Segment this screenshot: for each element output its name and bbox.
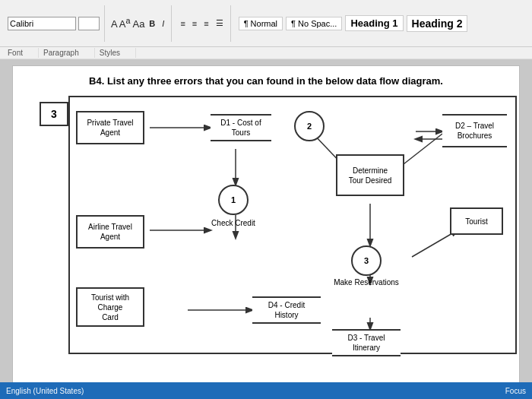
determine-box: Determine Tour Desired (336, 154, 404, 196)
d4-datastore: D4 - Credit History (252, 296, 321, 324)
italic-btn[interactable]: I (160, 18, 166, 29)
style-heading1-btn[interactable]: Heading 1 (345, 15, 403, 31)
toolbar: 12 A Aa Aa B I ≡ ≡ ≡ ☰ ¶ Normal ¶ No Spa… (0, 0, 532, 47)
private-agent-box: Private Travel Agent (76, 111, 144, 144)
airline-agent-box: Airline Travel Agent (76, 215, 144, 249)
d2-label: D2 – Travel Brochures (455, 121, 494, 141)
focus-label: Focus (505, 387, 526, 395)
style-nospace-btn[interactable]: ¶ No Spac... (286, 17, 342, 30)
private-agent-label: Private Travel Agent (87, 118, 133, 138)
align-right-btn[interactable]: ≡ (201, 18, 211, 29)
dfd-diagram: Private Travel Agent D1 - Cost of Tours … (68, 96, 517, 354)
font-section-label: Font (3, 48, 39, 58)
align-center-btn[interactable]: ≡ (190, 18, 199, 29)
circle2-label: 2 (307, 122, 312, 131)
d4-label: D4 - Credit History (268, 300, 305, 320)
question-title: B4. List any three errors that you can f… (25, 75, 507, 87)
font-label: A Aa Aa (111, 16, 144, 30)
font-section: 12 (3, 5, 105, 42)
tourist-charge-label: Tourist with Charge Card (91, 293, 129, 322)
determine-label: Determine Tour Desired (349, 166, 392, 185)
make-res-label: Make Reservations (332, 278, 401, 287)
answer-number-box: 3 (40, 102, 68, 126)
bold-btn[interactable]: B (147, 18, 157, 29)
styles-section-label: Styles (95, 48, 136, 58)
font-format-section: A Aa Aa B I (106, 5, 172, 42)
paragraph-section: ≡ ≡ ≡ ☰ (173, 5, 230, 42)
labels-row: Font Paragraph Styles (0, 47, 532, 59)
paragraph-section-label: Paragraph (39, 48, 95, 58)
font-name-input[interactable] (8, 17, 76, 30)
circle2: 2 (294, 111, 325, 141)
d3-datastore: D3 - Travel Itinerary (332, 329, 401, 356)
styles-section: ¶ Normal ¶ No Spac... Heading 1 Heading … (233, 5, 474, 42)
tourist-charge-box: Tourist with Charge Card (76, 287, 144, 327)
circle3: 3 (351, 245, 382, 276)
check-credit-label: Check Credit (199, 219, 268, 227)
d3-label: D3 - Travel Itinerary (348, 333, 385, 353)
d1-datastore: D1 - Cost of Tours (211, 114, 271, 141)
align-left-btn[interactable]: ≡ (178, 18, 187, 29)
d1-label: D1 - Cost of Tours (220, 118, 261, 138)
tourist-box: Tourist (450, 207, 503, 235)
circle1-label: 1 (231, 195, 236, 204)
language-label: English (United States) (6, 387, 84, 395)
status-bar: English (United States) Focus (0, 382, 532, 399)
content-area: B4. List any three errors that you can f… (12, 65, 520, 385)
tourist-label: Tourist (465, 217, 487, 226)
style-heading2-btn[interactable]: Heading 2 (407, 15, 468, 32)
list-btn[interactable]: ☰ (214, 17, 226, 29)
circle1: 1 (218, 185, 249, 215)
font-size-input[interactable]: 12 (78, 17, 100, 30)
circle3-label: 3 (364, 256, 369, 265)
d2-datastore: D2 – Travel Brochures (442, 114, 507, 147)
airline-agent-label: Airline Travel Agent (88, 222, 132, 242)
style-normal-btn[interactable]: ¶ Normal (239, 17, 283, 30)
